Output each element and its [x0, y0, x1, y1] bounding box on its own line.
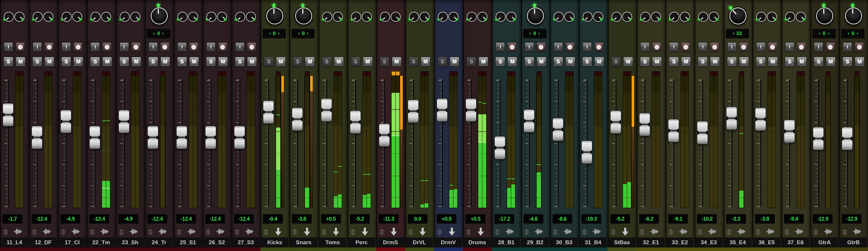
solo-button[interactable]: S — [61, 57, 71, 67]
fader-handle[interactable] — [524, 109, 534, 133]
fader-track[interactable] — [65, 80, 67, 207]
track-name[interactable]: Kicks — [261, 238, 288, 247]
track-name[interactable]: Perc — [348, 238, 375, 247]
volume-readout[interactable]: -5.2 — [610, 214, 630, 224]
folder-indicator[interactable] — [388, 226, 400, 237]
input-monitor-button[interactable]: I — [843, 42, 852, 51]
fader-fine-adjust[interactable] — [118, 228, 125, 236]
solo-button[interactable]: S — [206, 57, 216, 67]
fader-handle[interactable] — [437, 98, 447, 122]
fader-handle[interactable] — [726, 107, 737, 130]
mute-button[interactable]: M — [565, 57, 575, 67]
record-arm-button[interactable] — [652, 42, 661, 51]
track-name[interactable]: 27_S3 — [232, 238, 259, 247]
fader-track[interactable] — [760, 80, 761, 207]
pan-knob-right[interactable] — [246, 12, 256, 22]
clip-indicator-left[interactable] — [450, 71, 454, 76]
input-monitor-button[interactable]: I — [525, 42, 534, 51]
fader-fine-adjust[interactable] — [2, 228, 9, 236]
volume-readout[interactable]: -5.2 — [350, 214, 370, 224]
fader-track[interactable] — [673, 80, 674, 207]
solo-button[interactable]: S — [293, 57, 303, 67]
solo-button[interactable]: S — [698, 57, 708, 67]
solo-button[interactable]: S — [177, 57, 187, 67]
clip-indicator-right[interactable] — [656, 71, 660, 76]
input-monitor-button[interactable]: I — [698, 42, 707, 51]
record-arm-button[interactable] — [247, 42, 256, 51]
clip-indicator-right[interactable] — [49, 71, 53, 76]
clip-indicator[interactable] — [305, 71, 310, 76]
record-arm-button[interactable] — [507, 42, 517, 51]
clip-indicator-left[interactable] — [797, 71, 801, 76]
pan-knob-left[interactable] — [235, 12, 245, 22]
route-button[interactable] — [243, 226, 255, 237]
pan-knob-right[interactable] — [420, 12, 430, 22]
pan-knob-right[interactable] — [43, 12, 53, 22]
fader-handle[interactable] — [119, 110, 129, 133]
mute-button[interactable]: M — [44, 57, 54, 67]
input-monitor-button[interactable]: I — [669, 42, 678, 51]
fader-handle[interactable] — [3, 103, 13, 127]
clip-indicator-left[interactable] — [44, 71, 49, 76]
clip-indicator-right[interactable] — [627, 71, 631, 76]
solo-button[interactable]: S — [90, 57, 100, 67]
pan-knob-left[interactable] — [380, 12, 390, 22]
mute-button[interactable]: M — [681, 57, 691, 67]
clip-indicator[interactable] — [536, 71, 541, 76]
fader-fine-adjust[interactable] — [379, 228, 385, 236]
fader-handle[interactable] — [408, 100, 418, 123]
clip-indicator-right[interactable] — [598, 71, 602, 76]
mute-button[interactable]: M — [507, 57, 517, 67]
track-name[interactable]: DrVL — [406, 238, 433, 247]
record-arm-button[interactable] — [218, 42, 227, 51]
clip-indicator-left[interactable] — [768, 71, 772, 76]
volume-readout[interactable]: -12.4 — [176, 214, 196, 224]
pan-knob-left[interactable] — [322, 12, 332, 22]
record-arm-button[interactable] — [565, 42, 575, 51]
pan-knob-left[interactable] — [120, 12, 130, 22]
solo-button[interactable]: S — [756, 57, 766, 67]
fader-fine-adjust[interactable] — [60, 228, 67, 236]
mute-button[interactable]: M — [160, 57, 170, 67]
input-monitor-button[interactable]: I — [178, 42, 187, 51]
track-name[interactable]: GtrB — [840, 238, 867, 247]
route-button[interactable] — [591, 226, 602, 237]
volume-readout[interactable]: +0.5 — [321, 214, 341, 224]
pan-knob-left[interactable] — [62, 12, 72, 22]
record-arm-button[interactable] — [189, 42, 198, 51]
track-name[interactable]: 36_E5 — [753, 238, 780, 247]
pan-knob-right[interactable] — [448, 12, 459, 22]
clip-indicator-left[interactable] — [652, 71, 656, 76]
fader-handle[interactable] — [668, 119, 679, 142]
volume-readout[interactable]: -4.9 — [119, 214, 138, 224]
clip-indicator-right[interactable] — [569, 71, 574, 76]
fader-fine-adjust[interactable] — [552, 228, 559, 236]
route-button[interactable] — [706, 226, 718, 237]
mute-button[interactable]: M — [594, 57, 604, 67]
folder-indicator[interactable] — [359, 226, 371, 237]
clip-indicator-right[interactable] — [483, 71, 487, 76]
route-button[interactable] — [185, 226, 197, 237]
pan-display[interactable]: 0 — [263, 29, 286, 38]
route-button[interactable] — [793, 226, 805, 237]
solo-button[interactable]: S — [351, 57, 361, 67]
mute-button[interactable]: M — [305, 57, 315, 67]
pan-knob-left[interactable] — [496, 12, 506, 22]
mute-button[interactable]: M — [73, 57, 83, 67]
pan-knob-left[interactable] — [438, 12, 448, 22]
pan-knob-left[interactable] — [178, 12, 187, 22]
solo-button[interactable]: S — [322, 57, 332, 67]
route-button[interactable] — [214, 226, 226, 237]
track-name[interactable]: 22_Tm — [87, 238, 115, 247]
solo-button[interactable]: S — [466, 57, 476, 67]
fader-fine-adjust[interactable] — [523, 228, 530, 236]
clip-indicator-right[interactable] — [772, 71, 776, 76]
fader-fine-adjust[interactable] — [321, 228, 327, 236]
pan-knob-left[interactable] — [583, 12, 593, 22]
clip-indicator-right[interactable] — [511, 71, 516, 76]
clip-indicator-left[interactable] — [421, 71, 425, 76]
input-monitor-button[interactable]: I — [62, 42, 71, 51]
volume-readout[interactable]: -8.6 — [553, 214, 572, 224]
pan-knob-left[interactable] — [698, 12, 708, 22]
mute-button[interactable]: M — [102, 57, 112, 67]
